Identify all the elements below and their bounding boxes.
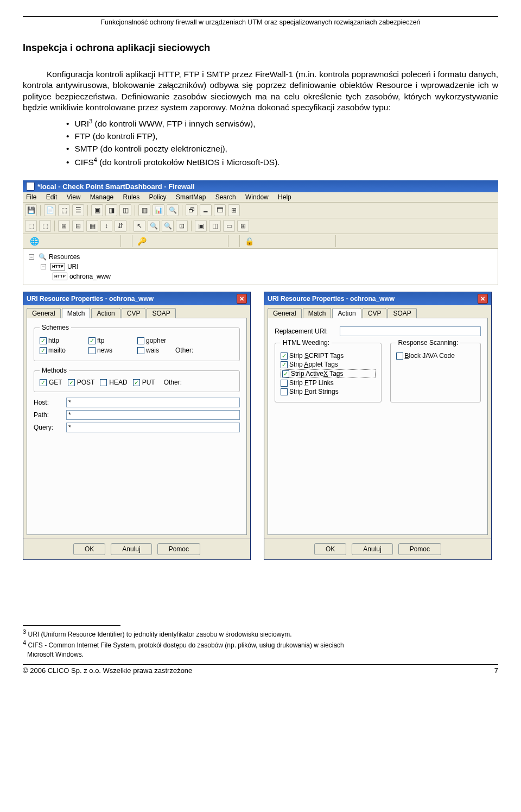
query-input[interactable] [66,423,240,432]
checkbox-icon[interactable] [137,337,144,344]
object-cell[interactable]: 🌐 [25,235,121,247]
tree-leaf[interactable]: HTTP ochrona_www [29,272,492,281]
menu-window[interactable]: Window [245,193,269,201]
close-icon[interactable]: ✕ [237,294,247,304]
tool-icon[interactable]: 📊 [153,204,164,216]
menu-manage[interactable]: Manage [90,193,113,201]
close-icon[interactable]: ✕ [478,294,488,304]
tool-icon[interactable]: ⇵ [115,220,126,232]
cb-get[interactable] [40,379,47,386]
zoom-out-icon[interactable]: 🔍 [162,220,174,232]
checkbox-icon[interactable] [40,337,47,344]
path-input[interactable] [66,410,240,420]
tool-icon[interactable]: ▭ [223,220,235,232]
separator [87,205,88,216]
help-button[interactable]: Pomoc [398,543,441,555]
cb-news[interactable]: news [88,347,137,354]
tool-icon[interactable]: 🗕 [200,204,212,216]
checkbox-icon[interactable] [282,370,289,377]
tab-soap[interactable]: SOAP [147,308,175,318]
resource-tree[interactable]: −🔍 Resources −HTTP URI HTTP ochrona_www [23,249,498,285]
menu-search[interactable]: Search [215,193,236,201]
cb-post[interactable] [68,379,75,386]
tool-icon[interactable]: ▥ [138,204,150,216]
cb-block-java[interactable]: Block JAVA Code [396,352,475,360]
cb-strip-port[interactable]: Strip Port Strings [281,388,376,395]
tool-icon[interactable]: ⊟ [72,220,84,232]
checkbox-icon[interactable] [88,347,96,354]
cb-wais[interactable]: wais [137,347,175,354]
tool-icon[interactable]: ⬚ [39,220,51,232]
cb-strip-activex[interactable]: Strip ActiveX Tags [281,369,376,378]
checkbox-icon[interactable] [396,353,403,360]
tool-icon[interactable]: ◫ [119,204,131,216]
checkbox-icon[interactable] [281,380,288,387]
cb-strip-ftp[interactable]: Strip FTP Links [281,379,376,387]
tree-node-uri[interactable]: −HTTP URI [29,262,492,272]
cb-strip-script[interactable]: Strip SCRIPT Tags [281,352,376,360]
tool-icon[interactable]: ⊞ [237,220,249,232]
tool-icon[interactable]: 🗗 [186,204,198,216]
menu-policy[interactable]: Policy [149,193,167,201]
tab-cvp[interactable]: CVP [363,308,387,318]
checkbox-icon[interactable] [281,388,288,395]
tool-icon[interactable]: ◨ [105,204,117,216]
zoom-in-icon[interactable]: 🔍 [148,220,160,232]
tab-cvp[interactable]: CVP [122,308,146,318]
menu-rules[interactable]: Rules [123,193,140,201]
checkbox-icon[interactable] [40,347,47,354]
tool-icon[interactable]: ↕ [100,220,112,232]
cb-head[interactable] [100,379,107,386]
menu-file[interactable]: File [26,193,36,201]
tool-icon[interactable]: ◫ [209,220,221,232]
tab-match[interactable]: Match [303,308,332,318]
tool-icon[interactable]: ☰ [72,204,84,216]
checkbox-icon[interactable] [88,337,96,344]
ok-button[interactable]: OK [73,543,105,555]
replacement-input[interactable] [340,326,481,336]
tool-icon[interactable]: ⊞ [228,204,240,216]
tool-icon[interactable]: ▣ [195,220,207,232]
cb-put[interactable] [133,379,140,386]
checkbox-icon[interactable] [137,347,144,354]
save-icon[interactable]: 💾 [25,204,37,216]
tool-icon[interactable]: ▣ [91,204,103,216]
pointer-icon[interactable]: ↖ [134,220,145,232]
menu-help[interactable]: Help [278,193,291,201]
cb-strip-applet[interactable]: Strip Applet Tags [281,361,376,368]
cancel-button[interactable]: Anuluj [352,543,392,555]
cancel-button[interactable]: Anuluj [111,543,151,555]
tab-action[interactable]: Action [332,308,361,318]
cb-http[interactable]: http [40,337,88,344]
tool-icon[interactable]: ⊞ [58,220,70,232]
menu-view[interactable]: View [67,193,81,201]
tab-action[interactable]: Action [91,308,120,318]
tab-soap[interactable]: SOAP [387,308,416,318]
tab-match[interactable]: Match [62,308,91,318]
tool-icon[interactable]: ▦ [86,220,98,232]
tab-general[interactable]: General [27,308,61,318]
tool-icon[interactable]: ⬚ [25,220,37,232]
tool-icon[interactable]: ⬚ [58,204,70,216]
tool-icon[interactable]: ⊡ [176,220,188,232]
menu-edit[interactable]: Edit [46,193,58,201]
menu-smartmap[interactable]: SmartMap [176,193,206,201]
checkbox-icon[interactable] [281,353,288,360]
cb-ftp[interactable]: ftp [88,337,137,344]
cb-mailto[interactable]: mailto [40,347,88,354]
ok-button[interactable]: OK [314,543,346,555]
object-cell[interactable]: 🔑 [132,235,228,247]
menu-bar[interactable]: File Edit View Manage Rules Policy Smart… [23,192,498,203]
tool-icon[interactable]: 🔍 [167,204,179,216]
footnote-3: 3 URI (Uniform Resource Identifier) to j… [23,628,498,639]
tool-icon[interactable]: 🗖 [214,204,226,216]
host-input[interactable] [66,398,240,407]
host-label: Host: [34,399,61,406]
tree-root[interactable]: −🔍 Resources [29,252,492,262]
cb-gopher[interactable]: gopher [137,337,197,344]
object-cell[interactable]: 🔒 [239,235,336,247]
tool-icon[interactable]: 📄 [44,204,56,216]
help-button[interactable]: Pomoc [157,543,200,555]
tab-general[interactable]: General [268,308,302,318]
checkbox-icon[interactable] [281,361,288,368]
